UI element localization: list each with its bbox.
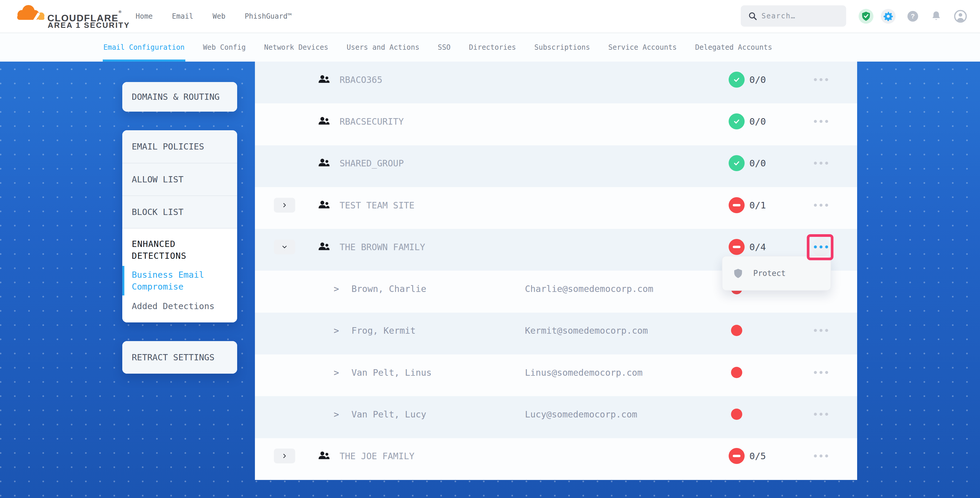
member-name: Van Pelt, Linus [352,367,432,377]
member-email: Charlie@somedemocorp.com [525,284,653,294]
group-row[interactable]: THE JOE FAMILY 0/5 [255,438,857,480]
status-dot-blocked [731,409,742,420]
user-icon [954,10,967,23]
sidebar-item-block-list[interactable]: BLOCK LIST [122,196,237,228]
shield-status-button[interactable] [859,9,873,24]
row-menu-button[interactable] [811,321,830,340]
protection-count: 0/0 [749,116,766,127]
status-dot-blocked [731,325,742,336]
row-menu-button[interactable] [811,154,830,173]
sidebar-item-allow-list[interactable]: ALLOW LIST [122,163,237,196]
row-menu-button[interactable] [811,405,830,424]
row-context-menu[interactable]: Protect [722,256,831,291]
question-mark-icon: ? [911,13,915,20]
section-tabs: Email ConfigurationWeb ConfigNetwork Dev… [0,33,980,62]
member-email: Kermit@somedemocorp.com [525,325,648,336]
tab-directories[interactable]: Directories [469,33,516,62]
tab-sso[interactable]: SSO [438,33,450,62]
sidebar-item-email-policies[interactable]: EMAIL POLICIES [122,130,237,163]
member-chevron: > [334,409,339,420]
group-icon [318,158,329,168]
status-dot-blocked [731,367,742,378]
cloudflare-cloud-icon [13,3,47,22]
group-icon [318,75,329,85]
tab-delegated-accounts[interactable]: Delegated Accounts [695,33,772,62]
header-nav: HomeEmailWebPhishGuard™ [135,0,292,33]
tab-email-configuration[interactable]: Email Configuration [103,33,185,62]
status-blocked-badge [729,197,745,213]
minus-icon [733,246,740,248]
status-blocked-badge [729,239,745,255]
row-menu-button[interactable] [811,112,830,131]
notifications-button[interactable] [930,10,942,23]
group-icon [318,116,329,126]
group-name: SHARED_GROUP [340,158,404,169]
member-chevron: > [334,325,339,336]
sidebar-card-retract: RETRACT SETTINGS [122,341,237,374]
protection-count: 0/4 [749,242,766,252]
sidebar-item-retract-settings[interactable]: RETRACT SETTINGS [122,341,237,374]
sidebar-section-enhanced-detections: ENHANCED DETECTIONS Business Email Compr… [122,228,237,323]
group-name: RBACO365 [340,74,382,85]
status-blocked-badge [729,448,745,464]
tab-network-devices[interactable]: Network Devices [264,33,328,62]
protect-shield-icon [733,268,743,279]
sidebar-card-policies: EMAIL POLICIES ALLOW LIST BLOCK LIST ENH… [122,130,237,323]
gear-icon [883,11,893,21]
settings-button[interactable] [881,9,896,24]
row-menu-button[interactable] [811,363,830,382]
tab-web-config[interactable]: Web Config [203,33,246,62]
header-nav-web[interactable]: Web [213,12,225,21]
tab-users-and-actions[interactable]: Users and Actions [347,33,420,62]
row-menu-button[interactable] [811,447,830,465]
sidebar-item-domains-routing[interactable]: DOMAINS & ROUTING [122,82,237,111]
row-menu-button[interactable] [811,237,830,256]
status-check-badge [729,72,745,88]
member-chevron: > [334,367,339,377]
expand-group-button[interactable] [274,449,295,463]
row-menu-button[interactable] [811,196,830,215]
member-email: Linus@somedemocorp.com [525,367,643,377]
registered-mark: ® [118,10,121,14]
protection-count: 0/0 [749,74,766,85]
member-name: Frog, Kermit [352,325,416,336]
group-name: TEST TEAM SITE [340,200,415,210]
group-row[interactable]: TEST TEAM SITE 0/1 [255,187,857,229]
protection-count: 0/1 [749,200,766,210]
tab-subscriptions[interactable]: Subscriptions [535,33,590,62]
shield-check-icon [862,11,870,21]
bell-icon [931,10,942,22]
minus-icon [733,204,740,206]
sidebar-item-added-detections[interactable]: Added Detections [132,300,228,312]
search-input[interactable] [741,5,846,27]
protection-count: 0/0 [749,158,766,169]
row-menu-button[interactable] [811,70,830,89]
member-row[interactable]: > Frog, Kermit Kermit@somedemocorp.com [255,313,857,355]
app-header: CLOUDFLARE® AREA 1 SECURITY HomeEmailWeb… [0,0,980,33]
brand-subtitle: AREA 1 SECURITY [48,21,130,30]
member-email: Lucy@somedemocorp.com [525,409,637,420]
member-chevron: > [334,284,339,294]
group-row[interactable]: RBACO365 0/0 [255,62,857,103]
protect-menu-item[interactable]: Protect [753,269,786,278]
group-icon [318,242,329,252]
account-button[interactable] [954,10,967,23]
group-name: THE JOE FAMILY [340,451,415,461]
header-nav-email[interactable]: Email [172,12,193,21]
enhanced-detections-title[interactable]: ENHANCED DETECTIONS [132,238,228,262]
group-name: THE BROWN FAMILY [340,242,425,252]
member-row[interactable]: > Van Pelt, Linus Linus@somedemocorp.com [255,355,857,396]
header-nav-home[interactable]: Home [135,12,153,21]
member-name: Brown, Charlie [352,284,426,294]
tab-service-accounts[interactable]: Service Accounts [608,33,677,62]
member-row[interactable]: > Van Pelt, Lucy Lucy@somedemocorp.com [255,396,857,438]
group-row[interactable]: RBACSECURITY 0/0 [255,103,857,145]
header-nav-phishguard-[interactable]: PhishGuard™ [245,12,292,21]
sidebar-card-domains: DOMAINS & ROUTING [122,82,237,111]
help-button[interactable]: ? [907,11,918,22]
sidebar-item-business-email-compromise[interactable]: Business Email Compromise [132,269,228,293]
group-row[interactable]: SHARED_GROUP 0/0 [255,145,857,187]
expand-group-button[interactable] [274,198,295,213]
collapse-group-button[interactable] [274,240,295,255]
minus-icon [733,455,740,457]
